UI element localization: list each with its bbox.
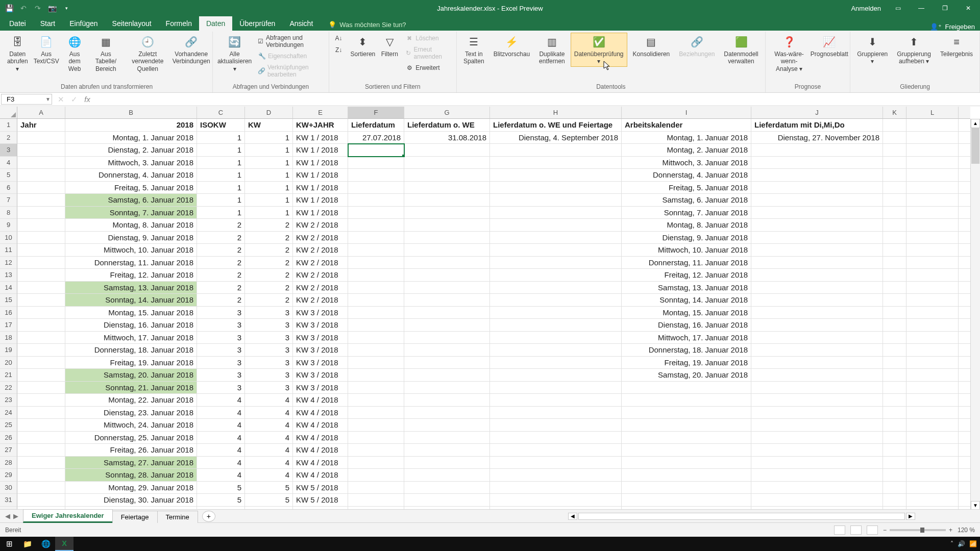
cell[interactable]	[17, 194, 65, 207]
cell[interactable]: 1	[197, 157, 245, 169]
cell[interactable]: KW 3 / 2018	[293, 382, 348, 394]
cell[interactable]	[17, 494, 65, 507]
cell[interactable]	[17, 307, 65, 319]
cell[interactable]	[17, 182, 65, 194]
cell[interactable]	[959, 269, 970, 282]
cell[interactable]	[883, 244, 906, 257]
menu-tab-einfügen[interactable]: Einfügen	[62, 16, 105, 31]
cell[interactable]	[404, 382, 490, 394]
row-header[interactable]: 4	[0, 157, 17, 169]
menu-tab-formeln[interactable]: Formeln	[159, 16, 199, 31]
cell[interactable]	[404, 194, 490, 207]
cell[interactable]: Freitag, 19. Januar 2018	[65, 357, 197, 369]
cell[interactable]: 4	[245, 394, 293, 407]
column-header[interactable]: K	[883, 107, 906, 119]
cell[interactable]	[959, 244, 970, 257]
cell[interactable]: 2	[197, 257, 245, 269]
cell[interactable]: 27.07.2018	[348, 132, 404, 144]
cell[interactable]	[490, 407, 622, 419]
cell[interactable]	[348, 394, 404, 407]
cell[interactable]	[883, 157, 906, 169]
cell[interactable]: 2	[245, 244, 293, 257]
cell[interactable]	[883, 332, 906, 344]
row-header[interactable]: 27	[0, 444, 17, 457]
cell[interactable]: Freitag, 5. Januar 2018	[65, 182, 197, 194]
row-header[interactable]: 16	[0, 307, 17, 319]
tray-expand-icon[interactable]: ˄	[950, 540, 953, 547]
cell[interactable]	[348, 144, 404, 157]
cell[interactable]	[17, 469, 65, 482]
column-header[interactable]	[959, 107, 970, 119]
cell[interactable]	[883, 457, 906, 469]
cell[interactable]: 4	[245, 469, 293, 482]
share-button[interactable]: 👤⁺Freigeben	[930, 23, 975, 31]
column-header[interactable]: J	[751, 107, 883, 119]
cell[interactable]	[959, 119, 970, 132]
cell[interactable]: 1	[245, 207, 293, 219]
ribbon-button[interactable]: ▤Konsolidieren	[629, 33, 674, 59]
cell[interactable]	[959, 382, 970, 394]
cancel-icon[interactable]: ✕	[55, 95, 66, 104]
sheet-tab[interactable]: Ewiger Jahreskalender	[23, 509, 113, 523]
cell[interactable]: Donnerstag, 25. Januar 2018	[65, 432, 197, 444]
cell[interactable]: Sonntag, 14. Januar 2018	[65, 294, 197, 307]
row-header[interactable]: 23	[0, 394, 17, 407]
menu-tab-daten[interactable]: Daten	[199, 16, 232, 31]
cell[interactable]	[959, 132, 970, 144]
cell[interactable]	[490, 344, 622, 357]
cell[interactable]	[906, 307, 959, 319]
cell[interactable]: Donnerstag, 11. Januar 2018	[65, 257, 197, 269]
cell[interactable]	[404, 394, 490, 407]
cell[interactable]	[906, 494, 959, 507]
cell[interactable]: Dienstag, 9. Januar 2018	[622, 232, 751, 244]
cell[interactable]	[348, 332, 404, 344]
cell[interactable]: 3	[197, 382, 245, 394]
cell[interactable]	[751, 482, 883, 494]
row-header[interactable]: 17	[0, 319, 17, 332]
cell[interactable]: 5	[245, 482, 293, 494]
cell[interactable]: 3	[197, 332, 245, 344]
cell[interactable]	[751, 182, 883, 194]
row-header[interactable]: 8	[0, 207, 17, 219]
cell[interactable]	[404, 419, 490, 432]
cell[interactable]	[751, 232, 883, 244]
cell[interactable]: KW 4 / 2018	[293, 432, 348, 444]
cell[interactable]	[490, 432, 622, 444]
cell[interactable]	[883, 419, 906, 432]
cell[interactable]	[17, 444, 65, 457]
cell[interactable]: Sonntag, 7. Januar 2018	[65, 207, 197, 219]
cell[interactable]: Montag, 8. Januar 2018	[622, 219, 751, 232]
cell[interactable]	[404, 444, 490, 457]
horizontal-scrollbar[interactable]: ◀ ▶	[215, 513, 980, 520]
cell[interactable]: 4	[245, 419, 293, 432]
cell[interactable]: 3	[245, 319, 293, 332]
cell[interactable]	[404, 432, 490, 444]
cell[interactable]: 3	[197, 319, 245, 332]
cell[interactable]: Montag, 1. Januar 2018	[65, 132, 197, 144]
cell[interactable]	[490, 219, 622, 232]
cell[interactable]	[490, 332, 622, 344]
cell[interactable]: KW 4 / 2018	[293, 407, 348, 419]
header-cell[interactable]: Lieferdatum mit Di,Mi,Do	[751, 119, 883, 132]
cell[interactable]	[959, 169, 970, 182]
cell[interactable]	[906, 457, 959, 469]
view-page-break-icon[interactable]	[867, 525, 878, 535]
cell[interactable]: KW 5 / 2018	[293, 494, 348, 507]
cell[interactable]: 4	[197, 394, 245, 407]
cell[interactable]	[906, 282, 959, 294]
header-cell[interactable]: Lieferdatum	[348, 119, 404, 132]
cell[interactable]: KW 3 / 2018	[293, 319, 348, 332]
cell[interactable]	[906, 232, 959, 244]
cell[interactable]	[490, 257, 622, 269]
row-header[interactable]: 5	[0, 169, 17, 182]
cell[interactable]: 1	[197, 169, 245, 182]
column-header[interactable]: D	[245, 107, 293, 119]
row-header[interactable]: 21	[0, 369, 17, 382]
cell[interactable]	[348, 407, 404, 419]
cell[interactable]: 1	[197, 132, 245, 144]
row-header[interactable]: 10	[0, 232, 17, 244]
scroll-up-icon[interactable]: ▲	[971, 119, 980, 128]
menu-tab-überprüfen[interactable]: Überprüfen	[232, 16, 282, 31]
cell[interactable]: Donnerstag, 11. Januar 2018	[622, 257, 751, 269]
cell[interactable]: 2	[197, 294, 245, 307]
